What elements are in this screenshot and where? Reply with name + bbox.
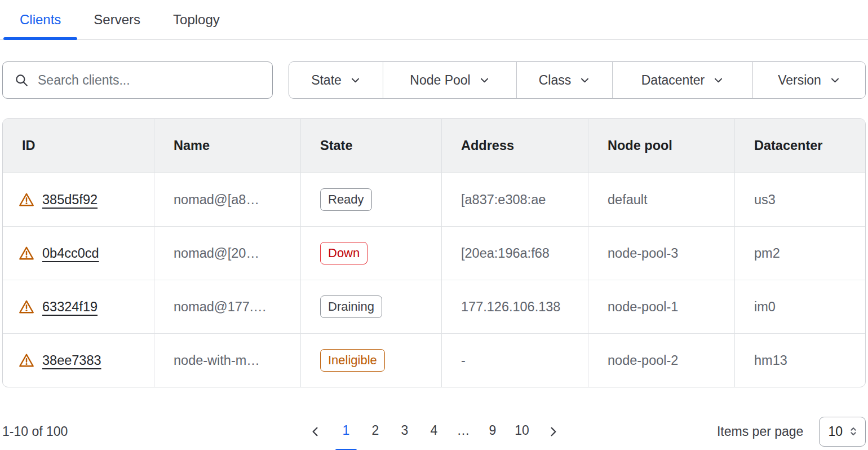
pagination-bar: 1-10 of 100 1 2 3 4 … 9 10 Items per pag…	[0, 416, 868, 447]
column-header-id: ID	[3, 119, 154, 173]
filter-node-pool-button[interactable]: Node Pool	[383, 62, 516, 98]
column-header-name: Name	[154, 119, 301, 173]
page-ellipsis: …	[453, 420, 474, 444]
warning-icon	[19, 246, 34, 261]
page-button-4[interactable]: 4	[423, 420, 445, 444]
pagination-range-label: 1-10 of 100	[2, 424, 68, 439]
page-button-3[interactable]: 3	[394, 420, 415, 444]
client-state-cell: Draining	[301, 280, 442, 333]
client-state-cell: Down	[301, 227, 442, 280]
filter-class-button[interactable]: Class	[516, 62, 612, 98]
search-icon	[14, 73, 29, 87]
client-datacenter-cell: pm2	[735, 227, 865, 280]
state-badge: Draining	[320, 295, 382, 318]
client-node-pool-cell: node-pool-2	[588, 334, 735, 387]
tabs-bar: Clients Servers Toplogy	[0, 0, 868, 40]
filter-version-button[interactable]: Version	[752, 62, 865, 98]
client-id-cell: 63324f19	[3, 280, 154, 333]
client-state-cell: Ineligible	[301, 334, 442, 387]
chevron-down-icon	[350, 75, 361, 86]
previous-page-button[interactable]	[303, 419, 327, 444]
chevron-down-icon	[579, 75, 590, 86]
warning-icon	[19, 192, 34, 207]
client-id-cell: 38ee7383	[3, 334, 154, 387]
tab-topology[interactable]: Toplogy	[157, 0, 236, 39]
page-button-10[interactable]: 10	[511, 420, 533, 444]
filter-datacenter-button[interactable]: Datacenter	[612, 62, 752, 98]
page-button-2[interactable]: 2	[365, 420, 386, 444]
state-badge: Ready	[320, 188, 372, 211]
filter-datacenter-label: Datacenter	[641, 73, 705, 88]
filter-version-label: Version	[778, 73, 821, 88]
table-row: 0b4cc0cd nomad@[20… Down [20ea:196a:f68 …	[3, 226, 865, 280]
column-header-node-pool: Node pool	[588, 119, 735, 173]
client-id-link[interactable]: 38ee7383	[42, 353, 101, 368]
items-per-page-value: 10	[828, 424, 843, 439]
table-row: 63324f19 nomad@177.… Draining 177.126.10…	[3, 280, 865, 333]
column-header-state: State	[301, 119, 442, 173]
client-address-cell: -	[442, 334, 588, 387]
pager: 1 2 3 4 … 9 10	[303, 419, 565, 444]
search-box[interactable]	[2, 61, 273, 99]
items-per-page-select[interactable]: 10	[819, 417, 866, 447]
client-datacenter-cell: im0	[735, 280, 865, 333]
tab-servers[interactable]: Servers	[77, 0, 157, 39]
client-name-cell: nomad@[a8…	[154, 173, 301, 226]
chevron-down-icon	[830, 75, 840, 86]
client-datacenter-cell: hm13	[735, 334, 865, 387]
page-button-9[interactable]: 9	[482, 420, 503, 444]
filter-state-label: State	[311, 73, 342, 88]
table-row: 385d5f92 nomad@[a8… Ready [a837:e308:ae …	[3, 173, 865, 226]
search-input[interactable]	[38, 73, 261, 88]
chevron-down-icon	[479, 75, 490, 86]
warning-icon	[19, 353, 34, 368]
client-node-pool-cell: default	[588, 173, 735, 226]
filter-group: State Node Pool Class Datacenter Version	[289, 61, 866, 99]
chevron-right-icon	[547, 425, 560, 438]
page-button-1[interactable]: 1	[335, 420, 357, 444]
client-id-link[interactable]: 0b4cc0cd	[42, 246, 99, 261]
next-page-button[interactable]	[541, 419, 565, 444]
client-node-pool-cell: node-pool-1	[588, 280, 735, 333]
client-state-cell: Ready	[301, 173, 442, 226]
chevron-left-icon	[309, 425, 322, 438]
client-name-cell: nomad@[20…	[154, 227, 301, 280]
client-node-pool-cell: node-pool-3	[588, 227, 735, 280]
state-badge: Down	[320, 242, 367, 264]
client-id-link[interactable]: 385d5f92	[42, 192, 98, 208]
tab-topology-label: Toplogy	[173, 12, 220, 28]
tab-clients-label: Clients	[20, 12, 61, 28]
clients-table: ID Name State Address Node pool Datacent…	[2, 118, 866, 387]
client-name-cell: nomad@177.…	[154, 280, 301, 333]
stepper-icon	[847, 425, 860, 438]
client-id-cell: 0b4cc0cd	[3, 227, 154, 280]
items-per-page-label: Items per page	[717, 424, 803, 439]
client-address-cell: [20ea:196a:f68	[442, 227, 588, 280]
table-row: 38ee7383 node-with-m… Ineligible - node-…	[3, 333, 865, 387]
column-header-datacenter: Datacenter	[735, 119, 865, 173]
client-datacenter-cell: us3	[735, 173, 865, 226]
client-address-cell: [a837:e308:ae	[442, 173, 588, 226]
chevron-down-icon	[713, 75, 724, 86]
tab-clients[interactable]: Clients	[3, 0, 77, 39]
state-badge: Ineligible	[320, 349, 385, 372]
filter-class-label: Class	[539, 73, 572, 88]
client-name-cell: node-with-m…	[154, 334, 301, 387]
client-id-link[interactable]: 63324f19	[42, 299, 98, 315]
client-address-cell: 177.126.106.138	[442, 280, 588, 333]
tab-servers-label: Servers	[94, 12, 140, 28]
client-id-cell: 385d5f92	[3, 173, 154, 226]
filter-state-button[interactable]: State	[289, 62, 383, 98]
items-per-page: Items per page 10	[717, 417, 866, 447]
table-header-row: ID Name State Address Node pool Datacent…	[3, 119, 865, 173]
toolbar: State Node Pool Class Datacenter Version	[0, 61, 868, 99]
column-header-address: Address	[442, 119, 588, 173]
filter-node-pool-label: Node Pool	[410, 73, 470, 88]
warning-icon	[19, 299, 34, 314]
